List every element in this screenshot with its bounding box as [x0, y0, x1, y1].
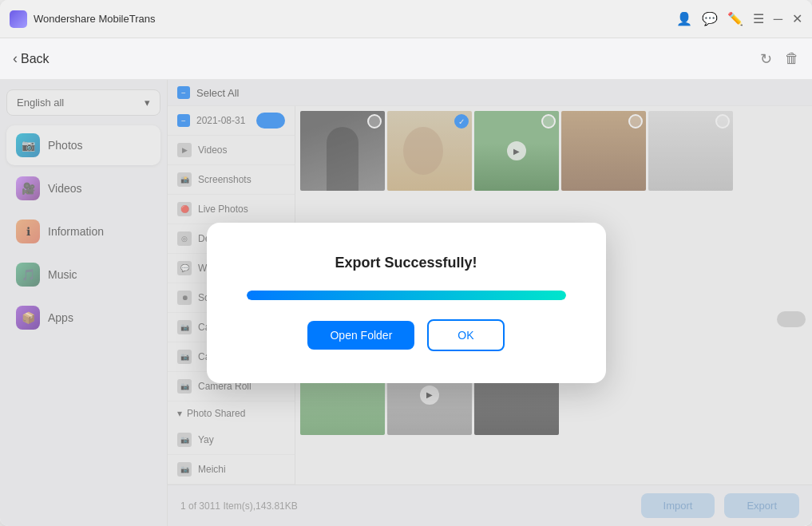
open-folder-button[interactable]: Open Folder	[307, 321, 414, 350]
progress-bar-fill	[247, 291, 566, 300]
refresh-icon[interactable]: ↻	[760, 50, 772, 68]
modal-buttons: Open Folder OK	[307, 319, 504, 351]
main-content: English all ▾ 📷 Photos 🎥 Videos ℹ Inform…	[0, 80, 812, 526]
modal-dialog: Export Successfully! Open Folder OK	[207, 223, 606, 383]
trash-icon[interactable]: 🗑	[785, 50, 799, 67]
close-icon[interactable]: ✕	[792, 11, 802, 26]
modal-title: Export Successfully!	[335, 255, 477, 271]
app-title: Wondershare MobileTrans	[34, 13, 676, 25]
title-bar: Wondershare MobileTrans 👤 💬 ✏️ ☰ ─ ✕	[0, 0, 812, 38]
app-window: Wondershare MobileTrans 👤 💬 ✏️ ☰ ─ ✕ ‹ B…	[0, 0, 812, 526]
minimize-icon[interactable]: ─	[774, 12, 782, 26]
header-bar: ‹ Back ↻ 🗑	[0, 38, 812, 80]
chat-icon[interactable]: 💬	[702, 11, 718, 26]
back-button[interactable]: ‹ Back	[13, 50, 50, 67]
app-icon	[10, 10, 27, 28]
title-bar-controls: 👤 💬 ✏️ ☰ ─ ✕	[676, 11, 802, 26]
ok-button[interactable]: OK	[427, 319, 504, 351]
modal-overlay: Export Successfully! Open Folder OK	[0, 80, 812, 526]
back-label: Back	[21, 52, 50, 66]
menu-icon[interactable]: ☰	[753, 11, 764, 26]
progress-bar-container	[247, 291, 566, 300]
back-arrow-icon: ‹	[13, 50, 18, 67]
header-actions: ↻ 🗑	[760, 50, 799, 68]
profile-icon[interactable]: 👤	[676, 11, 692, 26]
edit-icon[interactable]: ✏️	[727, 11, 743, 26]
